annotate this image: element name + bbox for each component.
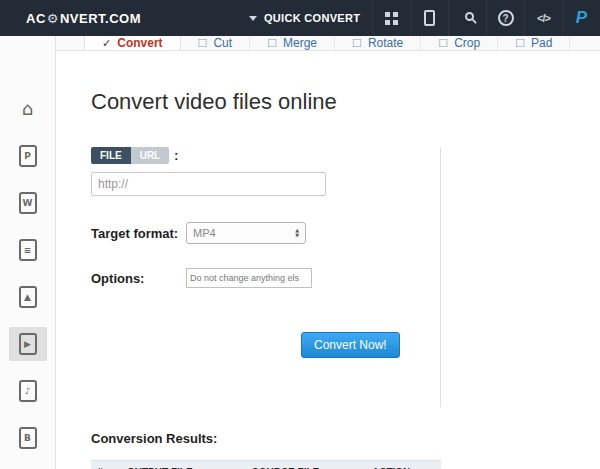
tab-merge-label: Merge: [283, 36, 317, 50]
topbar-icon-group: ? </> P: [372, 0, 600, 36]
options-row: Options:: [91, 268, 440, 288]
search-button[interactable]: [448, 0, 486, 36]
options-input[interactable]: [186, 268, 312, 288]
options-label: Options:: [91, 271, 186, 286]
apps-grid-button[interactable]: [372, 0, 410, 36]
tab-crop[interactable]: ☐ Crop: [421, 36, 498, 50]
word-file-icon: W: [19, 192, 37, 214]
sidebar-item-ebook[interactable]: B: [9, 421, 47, 455]
tab-rotate-label: Rotate: [368, 36, 403, 50]
site-logo[interactable]: AC ⚙ NVERT.COM: [26, 11, 141, 26]
tab-convert[interactable]: ✓ Convert: [84, 36, 181, 50]
sidebar-item-image[interactable]: ▲: [9, 280, 47, 314]
chevron-down-icon: [249, 16, 257, 21]
sidebar-item-audio[interactable]: ♪: [9, 374, 47, 408]
convert-now-button[interactable]: Convert Now!: [301, 332, 400, 358]
column-header-output-file: OUTPUT FILE: [121, 461, 246, 469]
target-format-row: Target format: MP4 ▲ ▼: [91, 222, 440, 244]
mobile-device-icon: [424, 10, 435, 26]
select-arrows-icon: ▲ ▼: [295, 228, 299, 238]
sidebar-item-video[interactable]: ▶: [9, 327, 47, 361]
audio-file-icon: ♪: [19, 380, 37, 402]
conversion-results-label: Conversion Results:: [91, 431, 600, 446]
help-button[interactable]: ?: [486, 0, 524, 36]
logo-text-prefix: AC: [26, 11, 46, 26]
ebook-file-icon: B: [19, 427, 37, 449]
tab-cut-label: Cut: [213, 36, 232, 50]
sidebar-item-home[interactable]: ⌂: [9, 92, 47, 126]
apps-grid-icon: [385, 12, 398, 25]
category-sidebar: ⌂ P W ≡ ▲ ▶ ♪ B: [0, 36, 56, 469]
code-icon: </>: [537, 12, 550, 24]
tool-tab-bar: ✓ Convert ☐ Cut ☐ Merge ☐ Rotate ☐ Crop …: [56, 36, 600, 51]
checkbox-icon: ☐: [267, 37, 277, 50]
arrow-down-icon: ▼: [295, 233, 299, 238]
url-input[interactable]: [91, 172, 326, 196]
api-code-button[interactable]: </>: [524, 0, 562, 36]
source-selector-colon: :: [174, 149, 178, 163]
logo-text-suffix: NVERT.COM: [60, 11, 141, 26]
results-table: # OUTPUT FILE SOURCE FILE ACTION: [91, 460, 441, 469]
top-navigation-bar: AC ⚙ NVERT.COM QUICK CONVERT ? </> P: [0, 0, 600, 36]
page-content: Convert video files online FILE URL : Ta…: [56, 51, 600, 469]
column-header-source-file: SOURCE FILE: [246, 461, 366, 469]
source-type-selector: FILE URL :: [91, 147, 440, 164]
document-file-icon: ≡: [19, 239, 37, 261]
source-tab-url[interactable]: URL: [131, 147, 170, 164]
search-icon: [465, 12, 474, 21]
sidebar-item-document[interactable]: ≡: [9, 233, 47, 267]
source-tab-file[interactable]: FILE: [91, 147, 131, 164]
sidebar-item-pdf[interactable]: P: [9, 139, 47, 173]
paypal-donate-button[interactable]: P: [562, 0, 600, 36]
tab-cut[interactable]: ☐ Cut: [181, 36, 251, 50]
image-file-icon: ▲: [19, 286, 37, 308]
tab-pad[interactable]: ☐ Pad: [498, 36, 570, 50]
target-format-value: MP4: [193, 227, 216, 239]
pdf-file-icon: P: [19, 145, 37, 167]
checkbox-icon: ☐: [438, 37, 448, 50]
gear-icon: ⚙: [47, 11, 59, 26]
main-wrapper: ⌂ P W ≡ ▲ ▶ ♪ B ✓ Convert: [0, 36, 600, 469]
target-format-label: Target format:: [91, 226, 186, 241]
mobile-version-button[interactable]: [410, 0, 448, 36]
tab-rotate[interactable]: ☐ Rotate: [335, 36, 421, 50]
tab-merge[interactable]: ☐ Merge: [250, 36, 335, 50]
help-icon: ?: [498, 10, 514, 26]
sidebar-item-word[interactable]: W: [9, 186, 47, 220]
check-icon: ✓: [102, 37, 111, 50]
tab-crop-label: Crop: [454, 36, 480, 50]
paypal-icon: P: [576, 8, 587, 28]
convert-form: FILE URL : Target format: MP4 ▲ ▼: [91, 147, 441, 407]
content-column: ✓ Convert ☐ Cut ☐ Merge ☐ Rotate ☐ Crop …: [56, 36, 600, 469]
home-icon: ⌂: [22, 100, 33, 118]
checkbox-icon: ☐: [352, 37, 362, 50]
checkbox-icon: ☐: [515, 37, 525, 50]
tab-pad-label: Pad: [531, 36, 552, 50]
page-title: Convert video files online: [91, 89, 600, 115]
quick-convert-menu[interactable]: QUICK CONVERT: [249, 12, 360, 24]
checkbox-icon: ☐: [198, 37, 208, 50]
column-header-number: #: [91, 461, 121, 469]
tab-convert-label: Convert: [117, 36, 162, 50]
results-header-row: # OUTPUT FILE SOURCE FILE ACTION: [91, 461, 441, 469]
video-file-icon: ▶: [19, 333, 37, 355]
target-format-select[interactable]: MP4 ▲ ▼: [186, 222, 306, 244]
column-header-action: ACTION: [366, 461, 441, 469]
quick-convert-label: QUICK CONVERT: [264, 12, 360, 24]
